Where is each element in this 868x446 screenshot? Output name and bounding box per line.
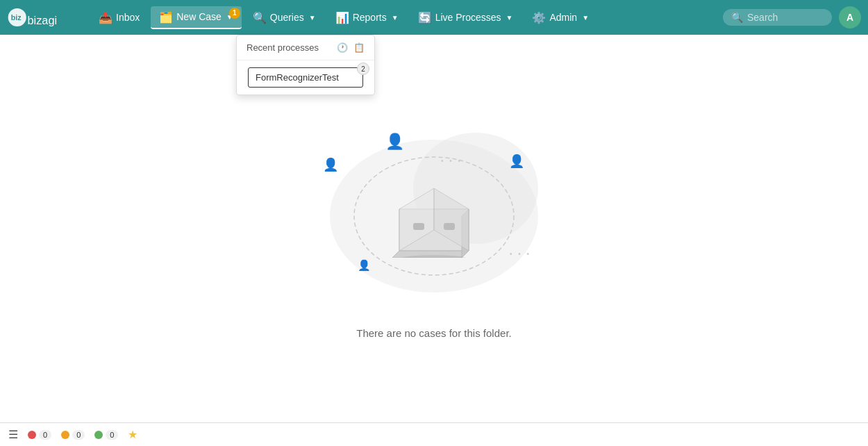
logo[interactable]: biz bizagi bbox=[7, 5, 83, 30]
dropdown-header: Recent processes 🕐 📋 bbox=[237, 35, 374, 60]
red-count: 0 bbox=[39, 430, 51, 440]
admin-chevron: ▼ bbox=[582, 14, 589, 22]
reports-icon: 📊 bbox=[335, 11, 349, 24]
orange-dot bbox=[61, 431, 69, 439]
bottom-item-orange: 0 bbox=[61, 430, 85, 440]
nav-label-live-processes: Live Processes bbox=[435, 12, 501, 23]
navbar: biz bizagi 📥 Inbox 🗂️ New Case 1 ▼ 🔍 Que… bbox=[0, 0, 868, 35]
nav-label-new-case: New Case bbox=[176, 11, 222, 22]
green-dot bbox=[94, 431, 103, 439]
dropdown-items: FormRecognizerTest 2 bbox=[237, 60, 374, 94]
new-case-icon: 🗂️ bbox=[159, 10, 173, 24]
nav-label-queries: Queries bbox=[270, 12, 304, 23]
form-recognizer-label: FormRecognizerTest bbox=[256, 72, 339, 83]
bottom-item-green: 0 bbox=[94, 430, 118, 440]
history-icon[interactable]: 🕐 bbox=[337, 42, 348, 53]
dropdown-item-form-recognizer[interactable]: FormRecognizerTest 2 bbox=[248, 67, 363, 88]
orange-count: 0 bbox=[72, 430, 85, 440]
queries-chevron: ▼ bbox=[309, 14, 316, 22]
main-content: 👤 👤 👤 👤 • • • • • • bbox=[0, 35, 868, 422]
search-icon: 🔍 bbox=[731, 12, 743, 23]
step-badge: 2 bbox=[357, 63, 369, 75]
search-input[interactable] bbox=[747, 12, 824, 23]
nav-item-new-case[interactable]: 🗂️ New Case 1 ▼ bbox=[151, 6, 242, 29]
bottom-bar: ☰ 0 0 0 ★ bbox=[0, 422, 868, 446]
empty-illustration: 👤 👤 👤 👤 • • • • • • bbox=[302, 119, 566, 313]
green-count: 0 bbox=[106, 430, 118, 440]
red-dot bbox=[28, 431, 36, 439]
nav-items: 📥 Inbox 🗂️ New Case 1 ▼ 🔍 Queries ▼ 📊 Re… bbox=[90, 6, 723, 29]
dropdown-title: Recent processes bbox=[247, 42, 319, 53]
list-view-icon[interactable]: ☰ bbox=[8, 428, 18, 441]
queries-icon: 🔍 bbox=[253, 11, 267, 24]
empty-message: There are no cases for this folder. bbox=[356, 327, 511, 339]
reports-chevron: ▼ bbox=[392, 14, 399, 22]
svg-text:bizagi: bizagi bbox=[27, 14, 57, 26]
user-avatar[interactable]: A bbox=[839, 6, 861, 28]
nav-label-inbox: Inbox bbox=[116, 12, 140, 23]
nav-item-live-processes[interactable]: 🔄 Live Processes ▼ bbox=[410, 7, 521, 28]
bottom-item-red: 0 bbox=[28, 430, 51, 440]
dropdown-header-icons: 🕐 📋 bbox=[337, 42, 365, 53]
favorites-icon[interactable]: ★ bbox=[128, 428, 137, 441]
clipboard-icon[interactable]: 📋 bbox=[353, 42, 365, 53]
new-case-dropdown: Recent processes 🕐 📋 FormRecognizerTest … bbox=[236, 35, 375, 95]
nav-item-reports[interactable]: 📊 Reports ▼ bbox=[327, 7, 407, 28]
nav-item-queries[interactable]: 🔍 Queries ▼ bbox=[244, 7, 324, 28]
svg-rect-10 bbox=[444, 223, 455, 230]
search-box[interactable]: 🔍 bbox=[723, 9, 832, 26]
nav-item-inbox[interactable]: 📥 Inbox bbox=[90, 7, 148, 28]
nav-label-admin: Admin bbox=[549, 12, 577, 23]
svg-text:biz: biz bbox=[11, 13, 22, 22]
admin-icon: ⚙️ bbox=[532, 11, 546, 24]
nav-label-reports: Reports bbox=[353, 12, 387, 23]
inbox-icon: 📥 bbox=[99, 11, 112, 24]
live-processes-icon: 🔄 bbox=[418, 11, 432, 24]
nav-item-admin[interactable]: ⚙️ Admin ▼ bbox=[524, 7, 597, 28]
live-processes-chevron: ▼ bbox=[506, 14, 513, 22]
svg-rect-9 bbox=[413, 223, 424, 230]
new-case-badge: 1 bbox=[229, 8, 240, 19]
